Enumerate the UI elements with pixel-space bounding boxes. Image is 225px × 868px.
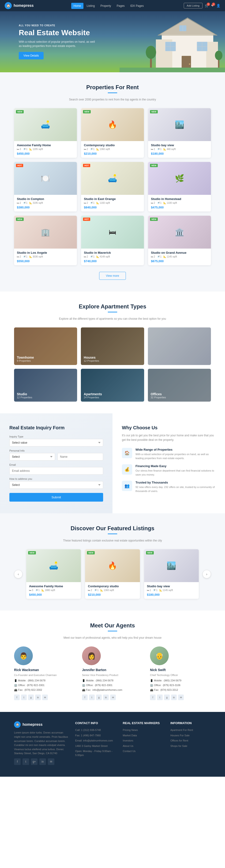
- featured-property-card[interactable]: 🛋️ NEW Awesome Family Home 🛏 3 🚿 1 📐 188…: [26, 549, 81, 599]
- email-icon[interactable]: ✉: [42, 694, 48, 700]
- footer-marker-item[interactable]: Pricing News: [123, 728, 163, 732]
- nav-property[interactable]: Property: [98, 3, 113, 9]
- google-plus-icon[interactable]: g: [28, 694, 34, 700]
- submit-button[interactable]: Submit: [9, 493, 103, 502]
- footer-googleplus-icon[interactable]: g+: [31, 758, 38, 765]
- property-price: $210,000: [84, 152, 141, 155]
- featured-property-card[interactable]: 🔥 NEW Contemporary studio 🛏 2 🚿 1 📐 1360…: [85, 549, 140, 599]
- featured-subtitle: These featured listings contain exclusiv…: [14, 539, 211, 542]
- title-select[interactable]: Select: [9, 453, 55, 461]
- property-card[interactable]: 🛋️ NEW Awesome Family Home 🛏 3 🚿 1 📐 120…: [14, 108, 77, 158]
- address-select[interactable]: Select: [9, 481, 103, 489]
- footer-info-item[interactable]: Offices for Rent: [171, 739, 211, 743]
- like-icon[interactable]: ❤ 1: [211, 4, 214, 7]
- agent-job-title: Co-Founder and Executive Chairman: [14, 674, 75, 677]
- properties-title: Properties For Rent: [14, 84, 211, 91]
- apt-type-card[interactable]: Offices 32 Properties: [148, 369, 211, 402]
- property-card[interactable]: 🏛️ NEW Studio on Grand Avenue 🛏 2 🚿 1 📐 …: [148, 216, 211, 265]
- agent-name: Rick Wacksman: [14, 668, 75, 672]
- logo[interactable]: 🏠 homepress: [5, 2, 34, 9]
- email-icon[interactable]: ✉: [178, 694, 184, 700]
- footer-marker-item[interactable]: Market Data: [123, 734, 163, 738]
- view-more-button[interactable]: View more: [99, 272, 126, 280]
- navbar: 🏠 homepress Home Listing Property Pages …: [0, 0, 225, 11]
- footer-email-icon[interactable]: ✉: [48, 758, 54, 765]
- property-card[interactable]: 🌿 NEW Studio in Homestead 🛏 2 🚿 1 📐 1100…: [148, 162, 211, 212]
- cart-icon[interactable]: 🛒 2: [205, 4, 209, 7]
- trusted-icon: 👥: [122, 481, 132, 491]
- linkedin-icon[interactable]: in: [103, 694, 109, 700]
- footer-linkedin-icon[interactable]: in: [39, 758, 46, 765]
- footer-info-item[interactable]: Houses For Sale: [171, 734, 211, 738]
- footer-marker-item[interactable]: About Us: [123, 744, 163, 748]
- email-icon[interactable]: ✉: [110, 694, 116, 700]
- featured-property-info: Awesome Family Home 🛏 3 🚿 1 📐 1880 sq/ft…: [26, 582, 81, 599]
- name-input[interactable]: [58, 453, 103, 461]
- google-plus-icon[interactable]: g: [164, 694, 170, 700]
- svg-marker-2: [159, 18, 216, 35]
- apartment-types-section: Explore Apartment Types Explore all the …: [0, 291, 225, 413]
- property-badge: NEW: [150, 110, 158, 113]
- inquiry-type-select[interactable]: Select value: [9, 439, 103, 446]
- carousel-content: 🛋️ NEW Awesome Family Home 🛏 3 🚿 1 📐 188…: [23, 549, 202, 599]
- apt-type-card[interactable]: Townhome 9 Properties: [14, 328, 77, 365]
- carousel-next-button[interactable]: ›: [202, 570, 211, 578]
- property-card[interactable]: 🍽️ HOT Studio in Compton 🛏 2 🚿 1 📐 3195 …: [14, 162, 77, 212]
- footer-info-item[interactable]: Shops for Sale: [171, 744, 211, 748]
- property-card[interactable]: 🏢 NEW Studio in Los Angele 🛏 2 🚿 1 📐 303…: [14, 216, 77, 265]
- footer-info-item[interactable]: Apartment For Rent: [171, 728, 211, 732]
- google-plus-icon[interactable]: g: [96, 694, 102, 700]
- apt-type-card[interactable]: [148, 328, 211, 365]
- agents-section: Meet Our Agents Meet our team of profess…: [0, 611, 225, 712]
- twitter-icon[interactable]: t: [21, 694, 27, 700]
- footer-facebook-icon[interactable]: f: [14, 758, 21, 765]
- facebook-icon[interactable]: f: [82, 694, 88, 700]
- property-meta: 🛏 2 🚿 1 📐 1360 sq/ft: [84, 148, 141, 151]
- hero-cta-button[interactable]: View Details: [19, 52, 44, 59]
- why-choose-column: Why Choose Us It's our job to get you th…: [112, 413, 225, 513]
- property-badge: NEW: [16, 218, 24, 221]
- apt-bg: Apartments 24 Properties: [81, 369, 144, 402]
- footer-marker-item[interactable]: Investors: [123, 739, 163, 743]
- nav-pages[interactable]: Pages: [114, 3, 127, 9]
- property-card[interactable]: 🔥 NEW Contemporary studio 🛏 2 🚿 1 📐 1360…: [81, 108, 144, 158]
- featured-property-price: $180,000: [147, 593, 196, 596]
- property-image: 🏙️ NEW: [148, 108, 211, 141]
- apt-type-card[interactable]: Studio 12 Properties: [14, 369, 77, 402]
- add-listing-button[interactable]: Add Listing: [184, 3, 202, 8]
- apt-type-card[interactable]: Houses 12 Properties: [81, 328, 144, 365]
- carousel-prev-button[interactable]: ‹: [14, 570, 23, 578]
- footer-marker-item[interactable]: Contact Us: [123, 749, 163, 753]
- footer-info-title: INFORMATION: [171, 721, 211, 725]
- property-image: 🛋️ HOT: [81, 162, 144, 195]
- facebook-icon[interactable]: f: [14, 694, 20, 700]
- apt-type-card[interactable]: Apartments 24 Properties: [81, 369, 144, 402]
- property-meta: 🛏 3 🚿 1 📐 1205 sq/ft: [17, 148, 74, 151]
- twitter-icon[interactable]: t: [89, 694, 95, 700]
- linkedin-icon[interactable]: in: [35, 694, 41, 700]
- agent-card: 👩 Jennifer Barton Senior Vice Presidency…: [82, 646, 143, 700]
- twitter-icon[interactable]: t: [157, 694, 163, 700]
- apt-types-subtitle: Explore all the different types of apart…: [14, 317, 211, 320]
- nav-listing[interactable]: Listing: [84, 3, 97, 9]
- property-card[interactable]: 🛋️ HOT Studio in East Orange 🛏 2 🚿 1 📐 1…: [81, 162, 144, 212]
- user-icon[interactable]: 👤: [216, 4, 220, 7]
- featured-property-card[interactable]: 🏙️ NEW Studio bay view 🛏 1 🚿 1 📐 1145 sq…: [144, 549, 199, 599]
- nav-idx-pages[interactable]: IDX Pages: [128, 3, 146, 9]
- footer-twitter-icon[interactable]: t: [23, 758, 29, 765]
- apt-label: Offices 32 Properties: [151, 392, 166, 399]
- agent-contact: 📱 Mobile: (966) 234-5678 🏢 Office: (879)…: [82, 678, 143, 692]
- property-name: Studio in Compton: [17, 197, 74, 201]
- property-name: Awesome Family Home: [17, 144, 74, 147]
- property-image: 🔥 NEW: [81, 108, 144, 141]
- facebook-icon[interactable]: f: [150, 694, 156, 700]
- nav-home[interactable]: Home: [71, 3, 83, 9]
- property-card[interactable]: 🏙️ NEW Studio bay view 🛏 1 🚿 1 📐 440 sq/…: [148, 108, 211, 158]
- email-input[interactable]: [9, 467, 103, 475]
- linkedin-icon[interactable]: in: [171, 694, 177, 700]
- logo-text: homepress: [13, 3, 34, 8]
- footer-contact-item: Email: info@platinumhomes.com: [75, 739, 116, 743]
- property-card[interactable]: 🛏 HOT Studio in Maverick 🛏 2 🚿 1 📐 4149 …: [81, 216, 144, 265]
- apt-bg: Studio 12 Properties: [14, 369, 77, 402]
- why-feature-desc: Our stress-free finance department that …: [136, 469, 216, 476]
